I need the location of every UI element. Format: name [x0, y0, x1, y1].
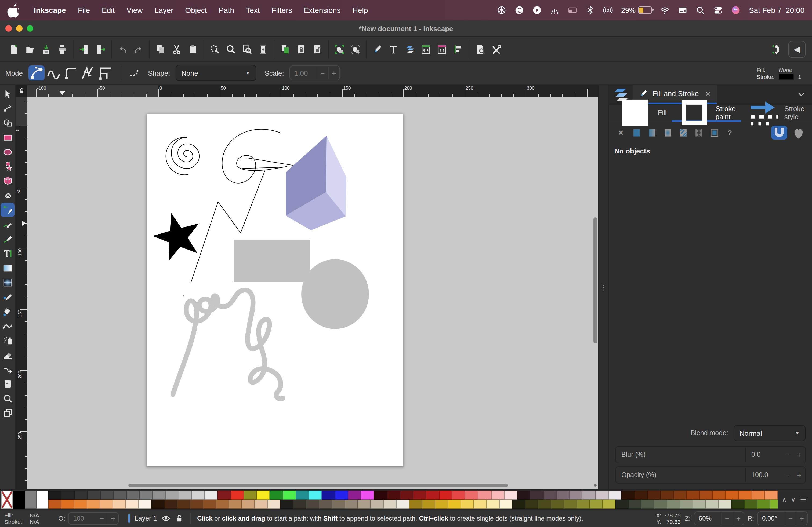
- snapping-icon[interactable]: [771, 43, 783, 55]
- menu-item-object[interactable]: Object: [179, 0, 213, 20]
- palette-swatch[interactable]: [474, 500, 487, 509]
- stage-manager-icon[interactable]: [550, 5, 560, 15]
- mode-bspline-button[interactable]: [62, 65, 79, 80]
- palette-swatch[interactable]: [164, 500, 177, 509]
- menu-item-inkscape[interactable]: Inkscape: [28, 0, 72, 20]
- shape-dropdown[interactable]: None ▼: [175, 65, 256, 81]
- play-circle-icon[interactable]: [533, 5, 542, 15]
- mode-bezier-button[interactable]: [28, 65, 44, 80]
- document-open-button[interactable]: [22, 41, 38, 57]
- redo-button[interactable]: [130, 41, 147, 57]
- palette-swatch[interactable]: [661, 491, 674, 500]
- increment-icon[interactable]: +: [796, 512, 807, 524]
- chevron-down-icon[interactable]: [791, 85, 812, 104]
- vertical-scrollbar[interactable]: [593, 217, 597, 344]
- fill-stroke-dialog-button[interactable]: [369, 41, 386, 57]
- palette-swatch[interactable]: [216, 500, 229, 509]
- palette-swatch[interactable]: [231, 491, 244, 500]
- palette-swatch[interactable]: [577, 500, 590, 509]
- palette-swatch[interactable]: [680, 500, 693, 509]
- box3d-tool[interactable]: [1, 174, 14, 188]
- pencil-tool[interactable]: [1, 217, 14, 231]
- star-tool[interactable]: [1, 160, 14, 174]
- palette-swatch[interactable]: [203, 500, 216, 509]
- display-mode-icon[interactable]: [437, 86, 598, 96]
- palette-swatch[interactable]: [100, 491, 114, 500]
- chatgpt-icon[interactable]: [497, 5, 507, 15]
- palette-swatch[interactable]: [319, 500, 332, 509]
- palette-swatch[interactable]: [621, 491, 635, 500]
- spray-tool[interactable]: [1, 333, 14, 347]
- menu-item-view[interactable]: View: [120, 0, 148, 20]
- palette-swatch[interactable]: [628, 500, 641, 509]
- increment-icon[interactable]: +: [793, 471, 805, 479]
- palette-swatch[interactable]: [242, 500, 255, 509]
- opacity-value[interactable]: 100.0: [745, 468, 781, 482]
- document-new-button[interactable]: [6, 41, 22, 57]
- palette-swatch[interactable]: [267, 500, 280, 509]
- subtab-stroke-paint[interactable]: Stroke paint: [672, 105, 741, 122]
- palette-swatch[interactable]: [345, 500, 358, 509]
- object-properties-button[interactable]: [434, 41, 450, 57]
- palette-swatch[interactable]: [465, 491, 478, 500]
- palette-swatch[interactable]: [765, 491, 778, 500]
- eraser-tool[interactable]: [1, 348, 14, 362]
- palette-swatch[interactable]: [551, 500, 564, 509]
- gradient-tool[interactable]: [1, 261, 14, 275]
- palette-swatch[interactable]: [361, 491, 374, 500]
- palette-swatch[interactable]: [306, 500, 319, 509]
- blend-mode-dropdown[interactable]: Normal ▼: [734, 425, 806, 441]
- minimize-window-button[interactable]: [16, 25, 23, 32]
- palette-swatch[interactable]: [569, 491, 582, 500]
- paint-unknown-button[interactable]: ?: [723, 125, 736, 139]
- palette-swatch[interactable]: [744, 500, 757, 509]
- palette-swatch[interactable]: [556, 491, 569, 500]
- palette-swatch[interactable]: [205, 491, 218, 500]
- palette-swatch[interactable]: [358, 500, 371, 509]
- palette-swatch[interactable]: [538, 500, 551, 509]
- palette-swatch[interactable]: [74, 500, 87, 509]
- measure-tool[interactable]: [1, 377, 14, 391]
- palette-swatch[interactable]: [641, 500, 654, 509]
- document-save-button[interactable]: [38, 41, 54, 57]
- palette-swatch[interactable]: [648, 491, 661, 500]
- siri-icon[interactable]: [731, 5, 741, 15]
- palette-swatch[interactable]: [192, 491, 205, 500]
- menu-item-filters[interactable]: Filters: [265, 0, 298, 20]
- palette-swatch[interactable]: [726, 491, 739, 500]
- gray-rectangle[interactable]: [234, 240, 310, 282]
- palette-swatch[interactable]: [739, 491, 752, 500]
- palette-swatch[interactable]: [335, 491, 348, 500]
- bluetooth-icon[interactable]: [586, 5, 595, 15]
- palette-swatch[interactable]: [635, 491, 648, 500]
- dropper-tool[interactable]: [1, 290, 14, 304]
- palette-swatch[interactable]: [25, 491, 37, 509]
- palette-swatch[interactable]: [693, 500, 706, 509]
- zoom-page-button[interactable]: [239, 41, 255, 57]
- palette-swatch[interactable]: [61, 500, 74, 509]
- zoom-drawing-button[interactable]: [223, 41, 239, 57]
- layer-lock-icon[interactable]: [175, 514, 184, 523]
- palette-swatch[interactable]: [374, 491, 387, 500]
- pages-tool[interactable]: [1, 406, 14, 420]
- fill-rule-evenodd-button[interactable]: [791, 125, 807, 139]
- palette-swatch[interactable]: [127, 491, 140, 500]
- palette-swatch[interactable]: [713, 491, 726, 500]
- node-tool[interactable]: [1, 102, 14, 115]
- palette-swatch[interactable]: [257, 491, 270, 500]
- palette-swatch[interactable]: [283, 491, 296, 500]
- rotation-spinner[interactable]: 0.00° − +: [757, 511, 808, 525]
- zoom-window-button[interactable]: [27, 25, 33, 32]
- palette-swatch-none[interactable]: [1, 491, 13, 509]
- palette-swatch[interactable]: [435, 500, 448, 509]
- paint-pattern-button[interactable]: [677, 125, 690, 139]
- document-print-button[interactable]: [54, 41, 70, 57]
- palette-swatch[interactable]: [770, 500, 778, 509]
- current-layer-label[interactable]: Layer 1: [134, 515, 157, 522]
- spiral-shape[interactable]: [166, 137, 199, 175]
- palette-swatch[interactable]: [48, 491, 61, 500]
- tweak-tool[interactable]: [1, 319, 14, 333]
- unlink-clone-button[interactable]: [309, 41, 325, 57]
- palette-swatch[interactable]: [757, 500, 770, 509]
- layer-visibility-eye-icon[interactable]: [161, 514, 171, 523]
